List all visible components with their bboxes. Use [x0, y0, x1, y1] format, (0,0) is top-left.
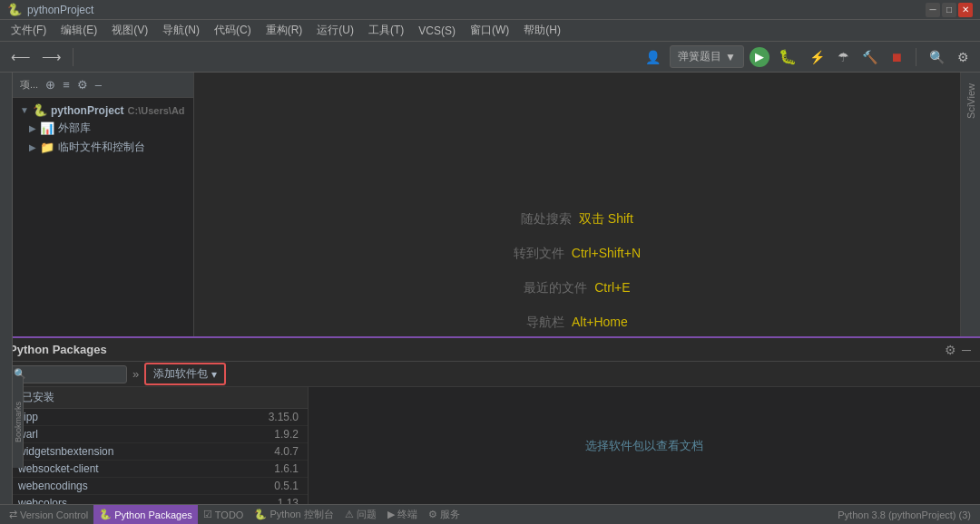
window-title: pythonProject [27, 4, 93, 16]
external-libs-name: 外部库 [58, 121, 91, 136]
status-terminal[interactable]: ▶ 终端 [382, 505, 423, 524]
package-version: 3.15.0 [253, 411, 299, 423]
project-root-arrow: ▼ [20, 105, 29, 115]
build-button[interactable]: 🔨 [858, 48, 881, 66]
project-tool-icon-2[interactable]: ≡ [61, 76, 72, 93]
doc-area: 选择软件包以查看文档 [309, 387, 980, 504]
project-tool-icon-4[interactable]: – [93, 76, 103, 93]
status-python-version[interactable]: Python 3.8 (pythonProject) (3) [832, 509, 976, 520]
menu-tools[interactable]: 工具(T) [361, 21, 411, 40]
forward-icon[interactable]: ⟶ [38, 47, 65, 67]
toolbar: ⟵ ⟶ 👤 弹簧题目 ▼ ▶ 🐛 ⚡ ☂ 🔨 ⏹ 🔍 ⚙ [0, 42, 980, 73]
python-packages-header: Python Packages ⚙ ─ [0, 338, 980, 362]
temp-files-name: 临时文件和控制台 [58, 140, 145, 155]
back-icon[interactable]: ⟵ [7, 47, 34, 67]
sciview-item[interactable]: SciView [964, 78, 978, 124]
profile-button[interactable]: ⚡ [806, 48, 828, 66]
package-name: zipp [18, 411, 253, 423]
menu-code[interactable]: 代码(C) [207, 21, 259, 40]
external-libs-item[interactable]: ▶ 📊 外部库 [13, 119, 193, 138]
panel-minimize-button[interactable]: ─ [962, 343, 971, 357]
project-root-path: C:\Users\Ad [128, 105, 185, 116]
list-item[interactable]: websocket-client1.6.1 [0, 461, 308, 478]
project-tool-icon-3[interactable]: ⚙ [75, 76, 90, 93]
package-version: 1.13 [253, 497, 299, 504]
bottom-panel-content: ▼ 已安装 zipp3.15.0warl1.9.2widgetsnbextens… [0, 387, 980, 504]
add-package-button[interactable]: 添加软件包 ▾ [144, 363, 226, 385]
stop-button[interactable]: ⏹ [887, 48, 906, 66]
vcs-icon: ⇄ [9, 509, 17, 520]
status-version-control[interactable]: ⇄ Version Control [4, 505, 93, 524]
dropdown-arrow-icon: ▼ [725, 51, 736, 63]
list-item[interactable]: warl1.9.2 [0, 426, 308, 443]
run-configuration-dropdown[interactable]: 弹簧题目 ▼ [670, 45, 744, 68]
todo-label: TODO [215, 509, 244, 520]
minimize-button[interactable]: ─ [926, 3, 940, 17]
menu-file[interactable]: 文件(F) [4, 21, 54, 40]
main-layout: 项... ⊕ ≡ ⚙ – ▼ 🐍 pythonProject C:\Users\… [0, 73, 980, 504]
status-problems[interactable]: ⚠ 问题 [339, 505, 382, 524]
settings-toolbar-icon[interactable]: ⚙ [954, 48, 973, 66]
hint-navigation: 导航栏 Alt+Home [526, 315, 628, 331]
menu-vcs[interactable]: VCS(S) [411, 23, 463, 39]
app-icon: 🐍 [7, 3, 22, 16]
status-todo[interactable]: ☑ TODO [198, 505, 250, 524]
status-services[interactable]: ⚙ 服务 [423, 505, 466, 524]
run-config-label: 弹簧题目 [678, 49, 721, 64]
package-search-input[interactable] [30, 368, 121, 381]
package-rows: zipp3.15.0warl1.9.2widgetsnbextension4.0… [0, 409, 308, 504]
user-icon[interactable]: 👤 [642, 48, 664, 66]
problems-icon: ⚠ [345, 509, 354, 520]
terminal-label: 终端 [397, 508, 417, 521]
python-version-label: Python 3.8 (pythonProject) (3) [838, 509, 971, 520]
search-toolbar-icon[interactable]: 🔍 [926, 48, 948, 66]
list-item[interactable]: webencodings0.5.1 [0, 478, 308, 495]
pkg-icon: 🐍 [99, 509, 112, 520]
bookmarks-sidebar-label: Bookmarks [13, 387, 24, 468]
project-root-icon: 🐍 [33, 103, 47, 117]
more-icon[interactable]: » [132, 367, 139, 381]
todo-icon: ☑ [203, 509, 212, 520]
status-python-packages[interactable]: 🐍 Python Packages [93, 505, 198, 524]
console-label: Python 控制台 [270, 508, 333, 521]
panel-settings-button[interactable]: ⚙ [945, 343, 956, 357]
installed-section-header[interactable]: ▼ 已安装 [0, 387, 308, 409]
debug-button[interactable]: 🐛 [775, 46, 800, 67]
run-button[interactable]: ▶ [750, 47, 769, 67]
package-version: 0.5.1 [253, 480, 299, 492]
bottom-panel-toolbar: 🔍 » 添加软件包 ▾ [0, 362, 980, 387]
menu-bar: 文件(F) 编辑(E) 视图(V) 导航(N) 代码(C) 重构(R) 运行(U… [0, 20, 980, 42]
coverage-button[interactable]: ☂ [834, 48, 853, 66]
add-package-label: 添加软件包 [153, 366, 208, 382]
title-bar: 🐍 pythonProject ─ □ ✕ [0, 0, 980, 20]
window-controls: ─ □ ✕ [926, 3, 973, 17]
project-tool-icon-1[interactable]: ⊕ [44, 76, 57, 93]
menu-window[interactable]: 窗口(W) [463, 21, 516, 40]
maximize-button[interactable]: □ [942, 3, 956, 17]
package-search-wrap[interactable]: 🔍 [7, 365, 127, 383]
package-list-area: ▼ 已安装 zipp3.15.0warl1.9.2widgetsnbextens… [0, 387, 309, 504]
menu-view[interactable]: 视图(V) [104, 21, 155, 40]
toolbar-separator-2 [916, 48, 916, 66]
python-packages-title: Python Packages [9, 343, 107, 356]
project-root-item[interactable]: ▼ 🐍 pythonProject C:\Users\Ad [13, 102, 193, 119]
status-bar: ⇄ Version Control 🐍 Python Packages ☑ TO… [0, 504, 980, 524]
menu-refactor[interactable]: 重构(R) [259, 21, 310, 40]
toolbar-right-controls: 👤 弹簧题目 ▼ ▶ 🐛 ⚡ ☂ 🔨 ⏹ 🔍 ⚙ [81, 45, 973, 68]
list-item[interactable]: zipp3.15.0 [0, 409, 308, 426]
services-icon: ⚙ [428, 509, 437, 520]
close-button[interactable]: ✕ [958, 3, 973, 17]
menu-edit[interactable]: 编辑(E) [54, 21, 104, 40]
menu-run[interactable]: 运行(U) [309, 21, 361, 40]
status-python-console[interactable]: 🐍 Python 控制台 [249, 505, 338, 524]
terminal-icon: ▶ [387, 509, 395, 520]
menu-help[interactable]: 帮助(H) [516, 21, 568, 40]
temp-files-item[interactable]: ▶ 📁 临时文件和控制台 [13, 138, 193, 157]
list-item[interactable]: widgetsnbextension4.0.7 [0, 443, 308, 461]
section-label: 已安装 [22, 390, 54, 405]
vcs-label: Version Control [20, 509, 88, 520]
package-name: widgetsnbextension [18, 445, 253, 458]
doc-placeholder-text: 选择软件包以查看文档 [585, 438, 703, 454]
list-item[interactable]: webcolors1.13 [0, 495, 308, 504]
menu-navigate[interactable]: 导航(N) [155, 21, 207, 40]
